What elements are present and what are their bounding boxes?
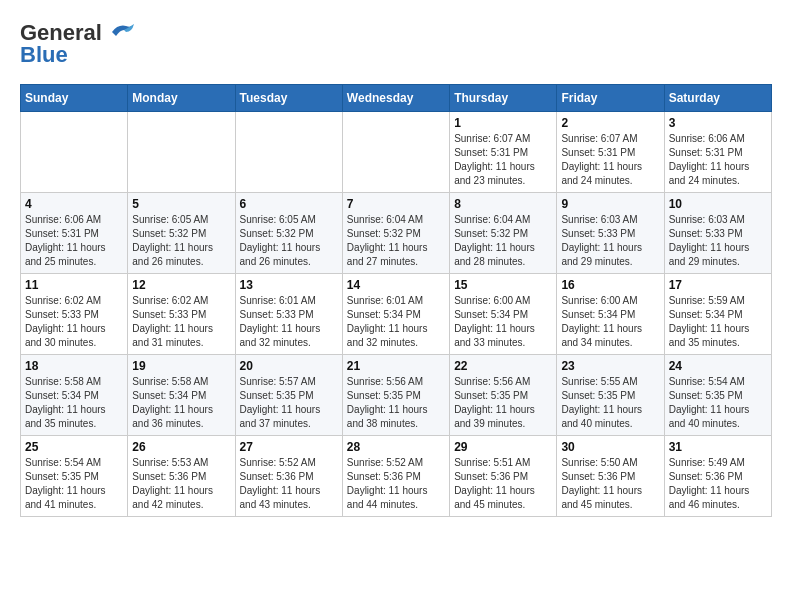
day-number: 27 [240,440,338,454]
weekday-header-wednesday: Wednesday [342,85,449,112]
day-number: 21 [347,359,445,373]
weekday-header-sunday: Sunday [21,85,128,112]
day-info: Sunrise: 6:07 AMSunset: 5:31 PMDaylight:… [454,132,552,188]
calendar-cell: 27Sunrise: 5:52 AMSunset: 5:36 PMDayligh… [235,436,342,517]
weekday-header-tuesday: Tuesday [235,85,342,112]
day-number: 23 [561,359,659,373]
calendar-cell: 20Sunrise: 5:57 AMSunset: 5:35 PMDayligh… [235,355,342,436]
weekday-header-monday: Monday [128,85,235,112]
day-number: 6 [240,197,338,211]
calendar-cell: 19Sunrise: 5:58 AMSunset: 5:34 PMDayligh… [128,355,235,436]
calendar-cell [128,112,235,193]
day-info: Sunrise: 5:53 AMSunset: 5:36 PMDaylight:… [132,456,230,512]
day-info: Sunrise: 5:50 AMSunset: 5:36 PMDaylight:… [561,456,659,512]
calendar-cell: 22Sunrise: 5:56 AMSunset: 5:35 PMDayligh… [450,355,557,436]
day-info: Sunrise: 6:05 AMSunset: 5:32 PMDaylight:… [240,213,338,269]
calendar-cell: 23Sunrise: 5:55 AMSunset: 5:35 PMDayligh… [557,355,664,436]
day-number: 20 [240,359,338,373]
day-info: Sunrise: 5:56 AMSunset: 5:35 PMDaylight:… [347,375,445,431]
day-info: Sunrise: 6:06 AMSunset: 5:31 PMDaylight:… [25,213,123,269]
day-info: Sunrise: 5:52 AMSunset: 5:36 PMDaylight:… [347,456,445,512]
day-number: 2 [561,116,659,130]
day-number: 9 [561,197,659,211]
calendar-cell: 13Sunrise: 6:01 AMSunset: 5:33 PMDayligh… [235,274,342,355]
day-info: Sunrise: 5:51 AMSunset: 5:36 PMDaylight:… [454,456,552,512]
calendar-week-row: 1Sunrise: 6:07 AMSunset: 5:31 PMDaylight… [21,112,772,193]
day-number: 1 [454,116,552,130]
calendar-cell: 17Sunrise: 5:59 AMSunset: 5:34 PMDayligh… [664,274,771,355]
day-info: Sunrise: 5:49 AMSunset: 5:36 PMDaylight:… [669,456,767,512]
day-info: Sunrise: 5:52 AMSunset: 5:36 PMDaylight:… [240,456,338,512]
day-number: 31 [669,440,767,454]
day-info: Sunrise: 6:03 AMSunset: 5:33 PMDaylight:… [561,213,659,269]
day-number: 16 [561,278,659,292]
day-info: Sunrise: 5:57 AMSunset: 5:35 PMDaylight:… [240,375,338,431]
calendar-cell: 24Sunrise: 5:54 AMSunset: 5:35 PMDayligh… [664,355,771,436]
day-number: 26 [132,440,230,454]
day-info: Sunrise: 6:01 AMSunset: 5:33 PMDaylight:… [240,294,338,350]
calendar-week-row: 11Sunrise: 6:02 AMSunset: 5:33 PMDayligh… [21,274,772,355]
weekday-header-friday: Friday [557,85,664,112]
day-info: Sunrise: 6:05 AMSunset: 5:32 PMDaylight:… [132,213,230,269]
calendar-cell: 25Sunrise: 5:54 AMSunset: 5:35 PMDayligh… [21,436,128,517]
calendar-cell: 26Sunrise: 5:53 AMSunset: 5:36 PMDayligh… [128,436,235,517]
day-info: Sunrise: 5:54 AMSunset: 5:35 PMDaylight:… [669,375,767,431]
calendar-cell: 6Sunrise: 6:05 AMSunset: 5:32 PMDaylight… [235,193,342,274]
logo-blue-text: Blue [20,42,68,68]
day-info: Sunrise: 6:00 AMSunset: 5:34 PMDaylight:… [561,294,659,350]
day-info: Sunrise: 6:06 AMSunset: 5:31 PMDaylight:… [669,132,767,188]
day-number: 30 [561,440,659,454]
calendar-cell: 11Sunrise: 6:02 AMSunset: 5:33 PMDayligh… [21,274,128,355]
calendar-table: SundayMondayTuesdayWednesdayThursdayFrid… [20,84,772,517]
day-number: 28 [347,440,445,454]
calendar-cell: 10Sunrise: 6:03 AMSunset: 5:33 PMDayligh… [664,193,771,274]
calendar-cell: 21Sunrise: 5:56 AMSunset: 5:35 PMDayligh… [342,355,449,436]
calendar-cell: 18Sunrise: 5:58 AMSunset: 5:34 PMDayligh… [21,355,128,436]
day-number: 29 [454,440,552,454]
calendar-cell: 1Sunrise: 6:07 AMSunset: 5:31 PMDaylight… [450,112,557,193]
day-info: Sunrise: 6:01 AMSunset: 5:34 PMDaylight:… [347,294,445,350]
calendar-week-row: 4Sunrise: 6:06 AMSunset: 5:31 PMDaylight… [21,193,772,274]
page-header: General Blue [20,20,772,68]
calendar-cell: 4Sunrise: 6:06 AMSunset: 5:31 PMDaylight… [21,193,128,274]
day-info: Sunrise: 6:07 AMSunset: 5:31 PMDaylight:… [561,132,659,188]
calendar-week-row: 18Sunrise: 5:58 AMSunset: 5:34 PMDayligh… [21,355,772,436]
calendar-cell: 16Sunrise: 6:00 AMSunset: 5:34 PMDayligh… [557,274,664,355]
day-info: Sunrise: 6:04 AMSunset: 5:32 PMDaylight:… [454,213,552,269]
calendar-week-row: 25Sunrise: 5:54 AMSunset: 5:35 PMDayligh… [21,436,772,517]
calendar-cell: 12Sunrise: 6:02 AMSunset: 5:33 PMDayligh… [128,274,235,355]
day-number: 24 [669,359,767,373]
calendar-cell: 14Sunrise: 6:01 AMSunset: 5:34 PMDayligh… [342,274,449,355]
calendar-cell: 30Sunrise: 5:50 AMSunset: 5:36 PMDayligh… [557,436,664,517]
calendar-cell: 15Sunrise: 6:00 AMSunset: 5:34 PMDayligh… [450,274,557,355]
calendar-cell: 2Sunrise: 6:07 AMSunset: 5:31 PMDaylight… [557,112,664,193]
day-number: 18 [25,359,123,373]
day-number: 10 [669,197,767,211]
day-info: Sunrise: 6:00 AMSunset: 5:34 PMDaylight:… [454,294,552,350]
day-number: 3 [669,116,767,130]
day-info: Sunrise: 5:59 AMSunset: 5:34 PMDaylight:… [669,294,767,350]
logo: General Blue [20,20,136,68]
calendar-cell: 28Sunrise: 5:52 AMSunset: 5:36 PMDayligh… [342,436,449,517]
day-info: Sunrise: 6:02 AMSunset: 5:33 PMDaylight:… [132,294,230,350]
day-info: Sunrise: 5:54 AMSunset: 5:35 PMDaylight:… [25,456,123,512]
day-number: 11 [25,278,123,292]
day-number: 5 [132,197,230,211]
day-info: Sunrise: 5:55 AMSunset: 5:35 PMDaylight:… [561,375,659,431]
day-info: Sunrise: 5:58 AMSunset: 5:34 PMDaylight:… [25,375,123,431]
day-info: Sunrise: 6:04 AMSunset: 5:32 PMDaylight:… [347,213,445,269]
day-number: 17 [669,278,767,292]
calendar-cell [342,112,449,193]
calendar-cell: 9Sunrise: 6:03 AMSunset: 5:33 PMDaylight… [557,193,664,274]
calendar-cell [21,112,128,193]
calendar-cell: 7Sunrise: 6:04 AMSunset: 5:32 PMDaylight… [342,193,449,274]
calendar-cell: 8Sunrise: 6:04 AMSunset: 5:32 PMDaylight… [450,193,557,274]
calendar-header-row: SundayMondayTuesdayWednesdayThursdayFrid… [21,85,772,112]
calendar-cell: 5Sunrise: 6:05 AMSunset: 5:32 PMDaylight… [128,193,235,274]
calendar-cell: 29Sunrise: 5:51 AMSunset: 5:36 PMDayligh… [450,436,557,517]
day-number: 7 [347,197,445,211]
day-number: 8 [454,197,552,211]
day-info: Sunrise: 5:58 AMSunset: 5:34 PMDaylight:… [132,375,230,431]
day-info: Sunrise: 6:02 AMSunset: 5:33 PMDaylight:… [25,294,123,350]
calendar-cell: 3Sunrise: 6:06 AMSunset: 5:31 PMDaylight… [664,112,771,193]
